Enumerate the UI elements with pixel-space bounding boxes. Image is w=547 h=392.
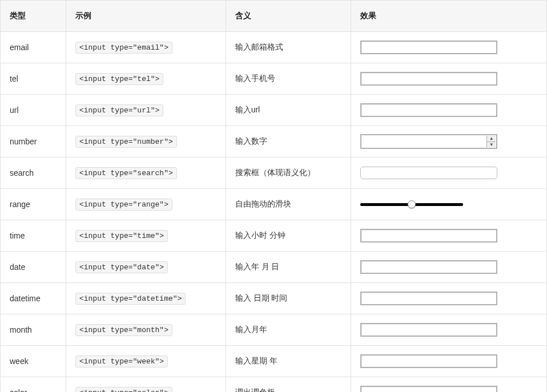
- tel-input[interactable]: [360, 72, 497, 86]
- chevron-down-icon[interactable]: ▼: [487, 142, 496, 148]
- cell-effect: [351, 346, 547, 377]
- cell-meaning: 输入url: [226, 95, 351, 126]
- cell-example: <input type="week">: [66, 346, 226, 377]
- month-input[interactable]: [360, 323, 497, 337]
- cell-type: month: [1, 314, 66, 346]
- code-snippet: <input type="search">: [75, 167, 177, 179]
- slider-thumb[interactable]: [408, 200, 416, 208]
- cell-effect: [351, 95, 547, 126]
- range-slider[interactable]: [360, 199, 463, 210]
- cell-example: <input type="email">: [66, 32, 226, 63]
- cell-type: url: [1, 95, 66, 126]
- cell-meaning: 输入邮箱格式: [226, 32, 351, 63]
- input-types-table: 类型 示例 含义 效果 email<input type="email">输入邮…: [0, 0, 547, 392]
- email-input[interactable]: [360, 41, 497, 54]
- chevron-up-icon[interactable]: ▲: [487, 136, 496, 142]
- cell-effect: [351, 32, 547, 63]
- cell-type: email: [1, 32, 66, 63]
- table-row: datetime<input type="datetime">输入 日期 时间: [1, 283, 547, 314]
- header-type: 类型: [1, 1, 66, 32]
- table-row: month<input type="month">输入月年: [1, 314, 547, 346]
- cell-meaning: 搜索框（体现语义化）: [226, 157, 351, 189]
- table-header-row: 类型 示例 含义 效果: [1, 1, 547, 32]
- cell-example: <input type="range">: [66, 189, 226, 220]
- code-snippet: <input type="email">: [75, 42, 172, 54]
- code-snippet: <input type="month">: [75, 324, 172, 336]
- cell-type: number: [1, 126, 66, 157]
- cell-effect: [351, 63, 547, 95]
- url-input[interactable]: [360, 103, 497, 117]
- datetime-input[interactable]: [360, 292, 497, 305]
- table-row: color<input type="color">调出调色板: [1, 377, 547, 393]
- cell-meaning: 调出调色板: [226, 377, 351, 393]
- table-row: range<input type="range">自由拖动的滑块: [1, 189, 547, 220]
- cell-example: <input type="url">: [66, 95, 226, 126]
- cell-effect: [351, 220, 547, 252]
- cell-meaning: 输入数字: [226, 126, 351, 157]
- header-effect: 效果: [351, 1, 547, 32]
- header-meaning: 含义: [226, 1, 351, 32]
- number-spinner[interactable]: ▲▼: [486, 136, 496, 147]
- table-row: url<input type="url">输入url: [1, 95, 547, 126]
- code-snippet: <input type="color">: [75, 387, 172, 393]
- cell-example: <input type="date">: [66, 252, 226, 283]
- number-input[interactable]: ▲▼: [360, 134, 497, 149]
- week-input[interactable]: [360, 354, 497, 368]
- cell-type: range: [1, 189, 66, 220]
- cell-meaning: 输入小时 分钟: [226, 220, 351, 252]
- table-row: tel<input type="tel">输入手机号: [1, 63, 547, 95]
- table-row: email<input type="email">输入邮箱格式: [1, 32, 547, 63]
- cell-effect: [351, 314, 547, 346]
- cell-type: time: [1, 220, 66, 252]
- code-snippet: <input type="number">: [75, 136, 177, 148]
- cell-meaning: 输入年 月 日: [226, 252, 351, 283]
- cell-type: tel: [1, 63, 66, 95]
- cell-example: <input type="search">: [66, 157, 226, 189]
- code-snippet: <input type="url">: [75, 104, 163, 116]
- cell-example: <input type="color">: [66, 377, 226, 393]
- cell-effect: [351, 283, 547, 314]
- cell-example: <input type="month">: [66, 314, 226, 346]
- cell-meaning: 输入月年: [226, 314, 351, 346]
- cell-effect: [351, 377, 547, 393]
- cell-type: color: [1, 377, 66, 393]
- cell-effect: [351, 157, 547, 189]
- cell-type: datetime: [1, 283, 66, 314]
- code-snippet: <input type="datetime">: [75, 293, 186, 305]
- code-snippet: <input type="range">: [75, 199, 172, 211]
- table-row: time<input type="time">输入小时 分钟: [1, 220, 547, 252]
- code-snippet: <input type="week">: [75, 355, 168, 367]
- color-input[interactable]: [360, 386, 497, 392]
- date-input[interactable]: [360, 260, 497, 274]
- cell-type: search: [1, 157, 66, 189]
- cell-example: <input type="time">: [66, 220, 226, 252]
- code-snippet: <input type="time">: [75, 230, 168, 242]
- cell-example: <input type="datetime">: [66, 283, 226, 314]
- cell-effect: ▲▼: [351, 126, 547, 157]
- time-input[interactable]: [360, 229, 497, 243]
- table-row: search<input type="search">搜索框（体现语义化）: [1, 157, 547, 189]
- cell-meaning: 输入 日期 时间: [226, 283, 351, 314]
- cell-meaning: 输入手机号: [226, 63, 351, 95]
- code-snippet: <input type="tel">: [75, 73, 163, 85]
- table-row: date<input type="date">输入年 月 日: [1, 252, 547, 283]
- cell-type: week: [1, 346, 66, 377]
- header-example: 示例: [66, 1, 226, 32]
- cell-example: <input type="tel">: [66, 63, 226, 95]
- table-row: number<input type="number">输入数字▲▼: [1, 126, 547, 157]
- cell-type: date: [1, 252, 66, 283]
- cell-effect: [351, 189, 547, 220]
- cell-effect: [351, 252, 547, 283]
- search-input[interactable]: [360, 167, 497, 179]
- cell-example: <input type="number">: [66, 126, 226, 157]
- code-snippet: <input type="date">: [75, 261, 168, 273]
- cell-meaning: 输入星期 年: [226, 346, 351, 377]
- cell-meaning: 自由拖动的滑块: [226, 189, 351, 220]
- table-row: week<input type="week">输入星期 年: [1, 346, 547, 377]
